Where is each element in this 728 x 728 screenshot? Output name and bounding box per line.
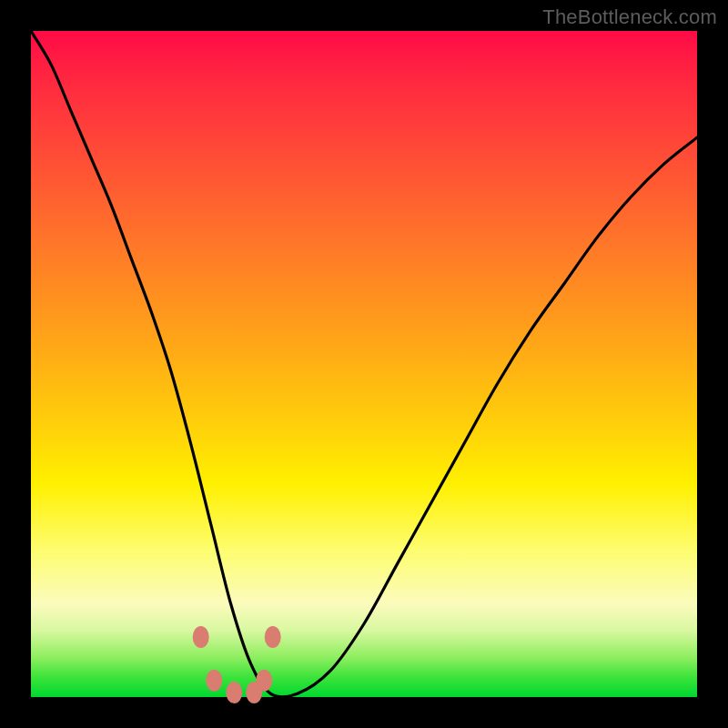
curve-marker [265, 626, 281, 648]
curve-marker [256, 670, 272, 692]
curve-marker [206, 670, 222, 692]
plot-area [31, 31, 697, 697]
curve-marker [226, 682, 242, 703]
bottleneck-curve [31, 31, 697, 697]
curve-marker [193, 626, 209, 648]
watermark-text: TheBottleneck.com [542, 5, 717, 29]
chart-frame: TheBottleneck.com [0, 0, 728, 728]
